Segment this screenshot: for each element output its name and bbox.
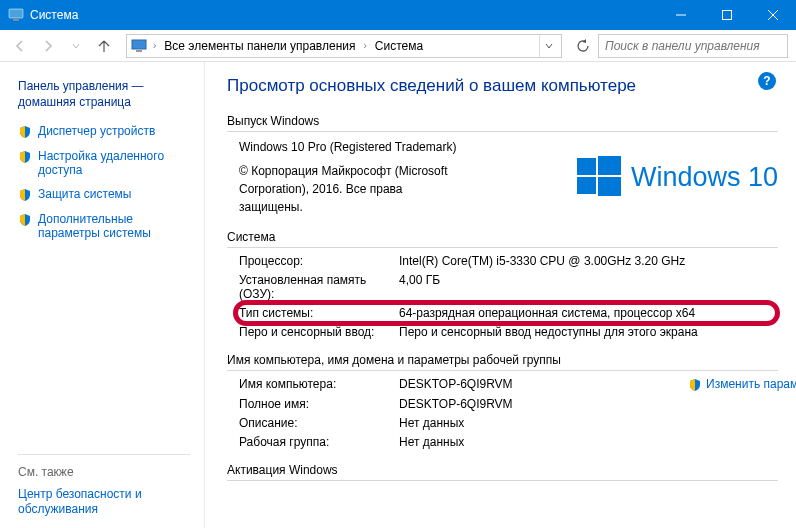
- maximize-button[interactable]: [704, 0, 750, 30]
- system-icon: [8, 7, 24, 23]
- kv-system-type: Тип системы:64-разрядная операционная си…: [239, 306, 778, 320]
- sidebar-link-remote[interactable]: Настройка удаленного доступа: [18, 149, 190, 177]
- shield-icon: [18, 213, 32, 227]
- section-windows-edition: Выпуск Windows: [227, 114, 778, 132]
- monitor-icon: [131, 38, 147, 54]
- svg-rect-9: [598, 156, 621, 175]
- shield-icon: [688, 378, 702, 392]
- recent-dropdown[interactable]: [64, 34, 88, 58]
- svg-rect-3: [723, 11, 732, 20]
- window-title: Система: [30, 8, 658, 22]
- section-activation: Активация Windows: [227, 463, 778, 481]
- titlebar: Система: [0, 0, 796, 30]
- svg-rect-1: [13, 19, 19, 21]
- sidebar-link-label: Диспетчер устройств: [38, 124, 155, 138]
- help-icon[interactable]: ?: [758, 72, 776, 90]
- sidebar-link-label: Защита системы: [38, 187, 131, 201]
- section-computer-name: Имя компьютера, имя домена и параметры р…: [227, 353, 778, 371]
- crumb-all-items[interactable]: Все элементы панели управления: [160, 39, 359, 53]
- shield-icon: [18, 150, 32, 164]
- page-title: Просмотр основных сведений о вашем компь…: [227, 76, 778, 96]
- breadcrumb-dropdown[interactable]: [539, 34, 557, 58]
- windows-logo: Windows 10: [575, 138, 778, 216]
- close-button[interactable]: [750, 0, 796, 30]
- edition-name: Windows 10 Pro (Registered Trademark): [239, 138, 456, 156]
- copyright-text: © Корпорация Майкрософт (Microsoft Corpo…: [239, 162, 449, 216]
- sidebar-link-advanced[interactable]: Дополнительные параметры системы: [18, 212, 190, 240]
- up-button[interactable]: [92, 34, 116, 58]
- section-system: Система: [227, 230, 778, 248]
- search-box[interactable]: [598, 34, 788, 58]
- svg-rect-11: [598, 177, 621, 196]
- navbar: › Все элементы панели управления › Систе…: [0, 30, 796, 62]
- kv-pen-touch: Перо и сенсорный ввод:Перо и сенсорный в…: [239, 325, 778, 339]
- back-button[interactable]: [8, 34, 32, 58]
- see-also-security-link[interactable]: Центр безопасности и обслуживания: [18, 487, 190, 518]
- search-input[interactable]: [605, 39, 781, 53]
- svg-rect-0: [9, 9, 23, 18]
- kv-computer-name: Имя компьютера: DESKTOP-6QI9RVM Изменить…: [239, 377, 778, 392]
- svg-rect-8: [577, 158, 596, 175]
- see-also-heading: См. также: [18, 454, 190, 479]
- kv-processor: Процессор:Intel(R) Core(TM) i5-3330 CPU …: [239, 254, 778, 268]
- shield-icon: [18, 125, 32, 139]
- kv-description: Описание:Нет данных: [239, 416, 778, 430]
- breadcrumb[interactable]: › Все элементы панели управления › Систе…: [126, 34, 562, 58]
- sidebar: Панель управления — домашняя страница Ди…: [0, 62, 205, 528]
- minimize-button[interactable]: [658, 0, 704, 30]
- windows-wordmark: Windows 10: [631, 162, 778, 193]
- kv-workgroup: Рабочая группа:Нет данных: [239, 435, 778, 449]
- svg-rect-7: [136, 50, 142, 52]
- chevron-right-icon: ›: [149, 40, 160, 51]
- content-pane: ? Просмотр основных сведений о вашем ком…: [205, 62, 796, 528]
- forward-button[interactable]: [36, 34, 60, 58]
- shield-icon: [18, 188, 32, 202]
- chevron-right-icon: ›: [359, 40, 370, 51]
- sidebar-link-protection[interactable]: Защита системы: [18, 187, 190, 202]
- windows-logo-icon: [575, 153, 623, 201]
- crumb-current[interactable]: Система: [371, 39, 427, 53]
- sidebar-link-label: Дополнительные параметры системы: [38, 212, 190, 240]
- change-settings-label: Изменить параметры: [706, 377, 778, 391]
- kv-ram: Установленная память (ОЗУ):4,00 ГБ: [239, 273, 778, 301]
- change-settings-link[interactable]: Изменить параметры: [688, 377, 778, 392]
- kv-full-name: Полное имя:DESKTOP-6QI9RVM: [239, 397, 778, 411]
- svg-rect-10: [577, 177, 596, 194]
- sidebar-link-device-manager[interactable]: Диспетчер устройств: [18, 124, 190, 139]
- highlighted-system-type: Тип системы:64-разрядная операционная си…: [239, 306, 778, 320]
- sidebar-link-label: Настройка удаленного доступа: [38, 149, 190, 177]
- refresh-button[interactable]: [572, 34, 594, 58]
- control-panel-home-link[interactable]: Панель управления — домашняя страница: [18, 78, 190, 110]
- svg-rect-6: [132, 40, 146, 49]
